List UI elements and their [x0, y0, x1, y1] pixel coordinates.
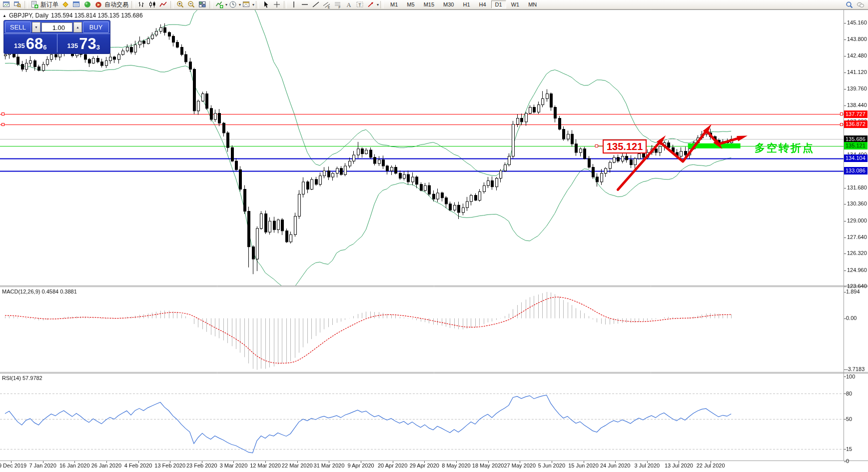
rsi-tick-label: 80	[846, 390, 868, 396]
price-tick-label: 123.640	[847, 283, 868, 289]
date-axis-label: 13 Feb 2020	[154, 462, 185, 468]
templates-icon[interactable]	[241, 0, 252, 9]
toolbar-separator	[170, 1, 173, 8]
bar-chart-icon[interactable]	[136, 0, 147, 9]
price-tick-label: 130.360	[847, 200, 868, 206]
date-axis-label: 24 Jun 2020	[600, 462, 631, 468]
autotrading-label[interactable]: 自动交易	[104, 0, 128, 9]
vertical-line-icon[interactable]	[288, 0, 299, 9]
timeframe-w1[interactable]: W1	[507, 0, 524, 8]
timeframe-h1[interactable]: H1	[459, 0, 474, 8]
date-axis-label: 12 Mar 2020	[250, 462, 281, 468]
horizontal-line-icon[interactable]	[299, 0, 310, 9]
one-click-trade-panel: SELL ▼ 1.00 ▲ BUY 135686 135733	[3, 20, 110, 54]
buy-button[interactable]: BUY	[83, 22, 109, 33]
volume-increase-button[interactable]: ▲	[73, 22, 82, 32]
candlestick-chart-icon[interactable]	[147, 0, 158, 9]
timeframe-mn[interactable]: MN	[524, 0, 541, 8]
crosshair-icon[interactable]	[271, 0, 282, 9]
autotrading-icon[interactable]	[93, 0, 104, 9]
main-toolbar: 新订单自动交易▾▾▾EFAT▾ M1M5M15M30H1H4D1W1MN	[0, 0, 868, 10]
cursor-icon[interactable]	[260, 0, 271, 9]
arrows-icon[interactable]	[365, 0, 376, 9]
symbol-name: GBPJPY, Daily	[9, 12, 48, 19]
sell-button[interactable]: SELL	[5, 22, 31, 33]
date-axis-label: 3 Mar 2020	[220, 462, 248, 468]
rsi-tick-label: 15	[846, 446, 868, 452]
timeframe-d1[interactable]: D1	[491, 0, 506, 8]
toolbar-separator	[24, 1, 27, 8]
equidistant-channel-icon[interactable]: E	[321, 0, 332, 9]
new-order-label[interactable]: 新订单	[40, 0, 58, 9]
price-tick-label: 126.320	[847, 250, 868, 256]
rsi-tick-label: 0	[846, 458, 868, 464]
date-axis-label: 15 Jun 2020	[568, 462, 599, 468]
price-tick-label: 127.640	[847, 234, 868, 240]
text-label-icon[interactable]: T	[354, 0, 365, 9]
date-axis-label: 16 Jan 2020	[59, 462, 90, 468]
rsi-tick-label: 100	[846, 374, 868, 380]
date-axis-label: 27 May 2020	[504, 462, 536, 468]
new-chart-icon[interactable]	[1, 0, 12, 9]
line-chart-icon[interactable]	[158, 0, 169, 9]
date-axis-label: 7 Jan 2020	[29, 462, 56, 468]
date-axis-label: 29 Dec 2019	[0, 462, 26, 468]
macd-tick-label: 0.00	[846, 315, 868, 321]
data-window-icon[interactable]	[71, 0, 82, 9]
svg-text:T: T	[358, 2, 361, 8]
arrows-dropdown-caret[interactable]: ▾	[377, 2, 379, 7]
svg-text:A: A	[347, 2, 351, 8]
tile-windows-icon[interactable]	[197, 0, 208, 9]
date-axis-label: 13 Jul 2020	[665, 462, 693, 468]
collapse-triangle-icon[interactable]: ▲	[2, 14, 6, 18]
rsi-tick-label: 50	[846, 416, 868, 422]
fibonacci-icon[interactable]: F	[332, 0, 343, 9]
buy-price[interactable]: 135733	[57, 34, 110, 52]
price-tick-label: 141.120	[847, 69, 868, 75]
timeframe-m5[interactable]: M5	[403, 0, 418, 8]
trade-panel-prices: 135686 135733	[4, 34, 110, 52]
price-tag-133.086: 133.086	[844, 167, 868, 174]
volume-decrease-button[interactable]: ▼	[32, 22, 40, 32]
templates-dropdown-caret[interactable]: ▾	[252, 2, 254, 7]
indicators-icon[interactable]	[214, 0, 225, 9]
trendline-icon[interactable]	[310, 0, 321, 9]
toolbar-right	[844, 0, 866, 9]
periods-icon[interactable]	[227, 0, 238, 9]
date-axis-label: 23 Feb 2020	[186, 462, 217, 468]
toolbar-separator	[284, 1, 287, 8]
buy-price-big: 73	[79, 37, 96, 51]
timeframe-m30[interactable]: M30	[439, 0, 458, 8]
buy-price-major: 135	[67, 41, 78, 51]
toolbar-separator	[131, 1, 134, 8]
turning-point-label[interactable]: 多空转折点	[755, 141, 815, 155]
volume-input[interactable]: 1.00	[41, 22, 72, 32]
sell-price[interactable]: 135686	[4, 34, 57, 52]
buy-price-sup: 3	[96, 44, 100, 51]
sell-price-major: 135	[14, 41, 25, 51]
search-icon[interactable]	[844, 0, 855, 9]
macd-indicator-label: MACD(12,26,9) 0.4584 0.3881	[2, 288, 77, 294]
macd-tick-label: 1.894	[846, 288, 868, 294]
price-tick-label: 145.160	[847, 20, 868, 26]
price-tick-label: 131.680	[847, 184, 868, 190]
date-axis-label: 22 Mar 2020	[282, 462, 313, 468]
timeframe-toolbar: M1M5M15M30H1H4D1W1MN	[386, 0, 541, 8]
zoom-in-icon[interactable]	[175, 0, 186, 9]
price-tick-label: 142.480	[847, 52, 868, 58]
chat-icon[interactable]	[855, 0, 866, 9]
timeframe-h4[interactable]: H4	[475, 0, 490, 8]
market-watch-icon[interactable]	[60, 0, 71, 9]
price-tag-136.872: 136.872	[844, 120, 868, 128]
price-tag-135.686: 135.686	[844, 136, 868, 143]
zoom-out-icon[interactable]	[186, 0, 197, 9]
navigator-icon[interactable]	[82, 0, 93, 9]
toolbar-separator	[256, 1, 259, 8]
timeframe-m15[interactable]: M15	[420, 0, 438, 8]
timeframe-m1[interactable]: M1	[386, 0, 402, 8]
price-annotation-135121[interactable]: 135.121	[603, 140, 647, 154]
new-order-icon[interactable]	[29, 0, 40, 9]
profiles-icon[interactable]	[12, 0, 23, 9]
text-icon[interactable]: A	[343, 0, 354, 9]
chart-canvas[interactable]	[0, 0, 868, 472]
